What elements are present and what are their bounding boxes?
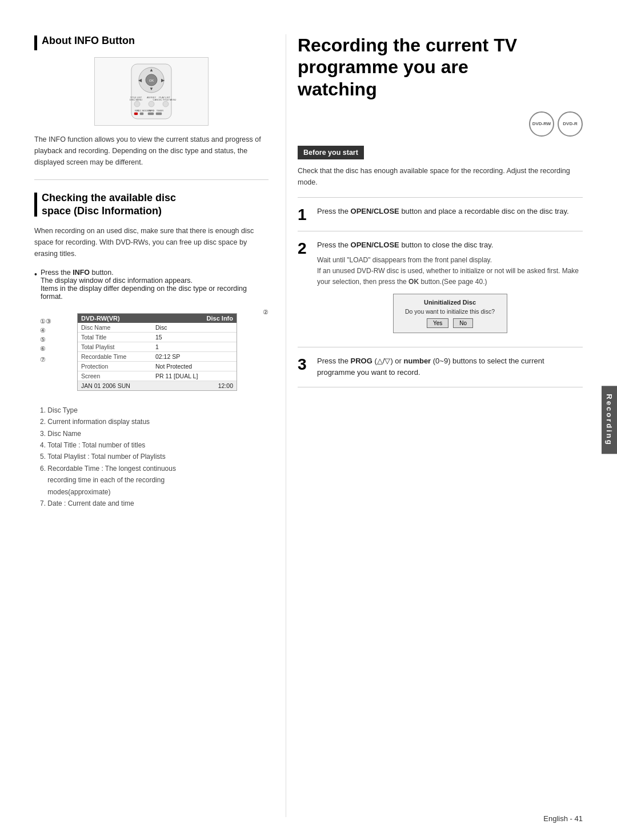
disc-row-4: Recordable Time 02:12 SP (78, 352, 237, 362)
dialog-buttons: Yes No (398, 318, 502, 328)
numbered-item-2: 2. Current information display status (40, 416, 269, 427)
numbered-item-5: 5. Total Playlist : Total number of Play… (40, 451, 269, 462)
disc-info-header: DVD-RW(VR) Disc Info (78, 314, 237, 323)
svg-rect-22 (148, 113, 154, 115)
about-info-title: About INFO Button (42, 34, 135, 47)
step-3-text: Press the PROG (△/▽) or number (0~9) but… (317, 355, 583, 379)
remote-image-box: ▲ ▼ ◀ ▶ OK TITLE LIST DISC MENU ANYKEY P… (94, 57, 209, 126)
disc-label-5: Protection (81, 362, 155, 370)
disc-row-1: Disc Name Disc (78, 323, 237, 333)
svg-text:◀: ◀ (138, 78, 142, 83)
svg-text:INFO: INFO (149, 109, 154, 112)
info-bullet: • Press the INFO button. The display win… (34, 269, 269, 301)
checking-disc-title-2: space (Disc Information) (42, 205, 176, 218)
section-bar (34, 35, 37, 50)
left-annotations: ①③ ④ ⑤ ⑥ ⑦ (40, 306, 51, 363)
step-3-content: Press the PROG (△/▽) or number (0~9) but… (317, 355, 583, 379)
top-divider (298, 197, 583, 198)
disc-label-6: Screen (81, 372, 155, 380)
svg-text:▲: ▲ (149, 67, 154, 73)
title-line1: Recording the current TV (298, 35, 517, 55)
left-column: About INFO Button ▲ ▼ ◀ ▶ OK TITLE LIST … (34, 34, 286, 817)
step-3: 3 Press the PROG (△/▽) or number (0~9) b… (298, 355, 583, 388)
step-1-text: Press the OPEN/CLOSE button and place a … (317, 206, 583, 218)
display-appears-text: The display window of disc information a… (41, 277, 193, 285)
numbered-item-3: 3. Disc Name (40, 428, 269, 439)
svg-text:▼: ▼ (149, 86, 154, 91)
disc-footer-time: 12:00 (218, 382, 233, 389)
disc-row-2: Total Title 15 (78, 333, 237, 342)
disc-footer-date: JAN 01 2006 SUN (81, 382, 130, 389)
page-container: About INFO Button ▲ ▼ ◀ ▶ OK TITLE LIST … (0, 0, 617, 840)
section-bar-2 (34, 193, 37, 217)
disc-info-table: DVD-RW(VR) Disc Info Disc Name Disc Tota… (77, 313, 237, 391)
bullet-text: Press the INFO button. The display windo… (41, 269, 269, 301)
disc-header-left: DVD-RW(VR) (81, 315, 120, 322)
uninitialized-dialog: Uninitialized Disc Do you want to initia… (393, 294, 507, 333)
numbered-item-7: 7. Date : Current date and time (40, 498, 269, 509)
page-footer: English - 41 (543, 814, 583, 823)
svg-text:CANCEL TITLE MENU: CANCEL TITLE MENU (153, 98, 177, 101)
step-1-number: 1 (298, 207, 311, 223)
step-2-main-text: Press the OPEN/CLOSE button to close the… (317, 239, 583, 251)
step-2-sub-text: Wait until "LOAD" disappears from the fr… (317, 255, 583, 288)
right-column: Recording the current TV programme you a… (286, 34, 583, 817)
disc-info-section: ①③ ④ ⑤ ⑥ ⑦ DVD-RW(VR) Disc Info Disc Nam… (40, 306, 269, 399)
disc-icons: DVD-RW DVD-R (298, 111, 583, 137)
svg-text:REC MODE: REC MODE (137, 109, 149, 112)
disc-value-5: Not Protected (155, 362, 192, 370)
disc-value-2: 15 (155, 333, 162, 341)
items-text: Items in the display differ depending on… (41, 285, 247, 301)
disc-value-6: PR 11 [DUAL L] (155, 372, 198, 380)
step-1: 1 Press the OPEN/CLOSE button and place … (298, 206, 583, 231)
dialog-text: Do you want to initialize this disc? (398, 308, 502, 315)
svg-text:TIMER: TIMER (157, 109, 164, 112)
step-2: 2 Press the OPEN/CLOSE button to close t… (298, 239, 583, 347)
disc-label-1: Disc Name (81, 323, 155, 331)
disc-value-3: 1 (155, 343, 159, 351)
disc-row-3: Total Playlist 1 (78, 342, 237, 352)
svg-point-15 (163, 101, 169, 107)
title-line2: programme you are (298, 57, 468, 77)
numbered-item-6: 6. Recordable Time : The longest continu… (40, 463, 269, 498)
step-2-number: 2 (298, 241, 311, 257)
dialog-yes-button[interactable]: Yes (427, 318, 448, 328)
disc-row-6: Screen PR 11 [DUAL L] (78, 371, 237, 381)
checking-disc-heading: Checking the available disc space (Disc … (34, 191, 269, 218)
checking-disc-title-1: Checking the available disc (42, 191, 176, 205)
before-text: Check that the disc has enough available… (298, 165, 583, 188)
disc-label-2: Total Title (81, 333, 155, 341)
step-1-content: Press the OPEN/CLOSE button and place a … (317, 206, 583, 218)
dialog-no-button[interactable]: No (453, 318, 473, 328)
numbered-item-1: 1. Disc Type (40, 405, 269, 416)
svg-rect-23 (156, 113, 162, 115)
recording-side-tab: Recording (602, 386, 617, 454)
svg-text:▶: ▶ (161, 78, 165, 83)
bullet-dot: • (34, 270, 37, 279)
svg-point-14 (149, 101, 154, 107)
disc-header-right: Disc Info (207, 315, 233, 322)
disc-info-footer: JAN 01 2006 SUN 12:00 (78, 381, 237, 390)
disc-row-5: Protection Not Protected (78, 362, 237, 371)
before-you-start-section: Before you start Check that the disc has… (298, 146, 583, 188)
svg-text:OK: OK (149, 79, 154, 82)
dvd-r-icon: DVD-R (558, 111, 583, 137)
checking-disc-body: When recording on an used disc, make sur… (34, 225, 269, 259)
title-line3: watching (298, 79, 377, 99)
about-info-body: The INFO function allows you to view the… (34, 134, 269, 168)
svg-rect-21 (140, 113, 143, 115)
svg-rect-20 (134, 113, 138, 115)
numbered-item-4: 4. Total Title : Total number of titles (40, 439, 269, 451)
before-you-start-label: Before you start (298, 146, 364, 159)
about-info-heading: About INFO Button (34, 34, 269, 50)
step-3-number: 3 (298, 357, 311, 373)
right-annotation: ② (263, 306, 269, 316)
svg-point-13 (134, 101, 140, 107)
page-title: Recording the current TV programme you a… (298, 34, 583, 100)
disc-label-4: Recordable Time (81, 353, 155, 361)
step-2-content: Press the OPEN/CLOSE button to close the… (317, 239, 583, 338)
dvd-rw-icon: DVD-RW (529, 111, 554, 137)
disc-label-3: Total Playlist (81, 343, 155, 351)
disc-value-4: 02:12 SP (155, 353, 180, 361)
section-divider-1 (34, 179, 269, 180)
